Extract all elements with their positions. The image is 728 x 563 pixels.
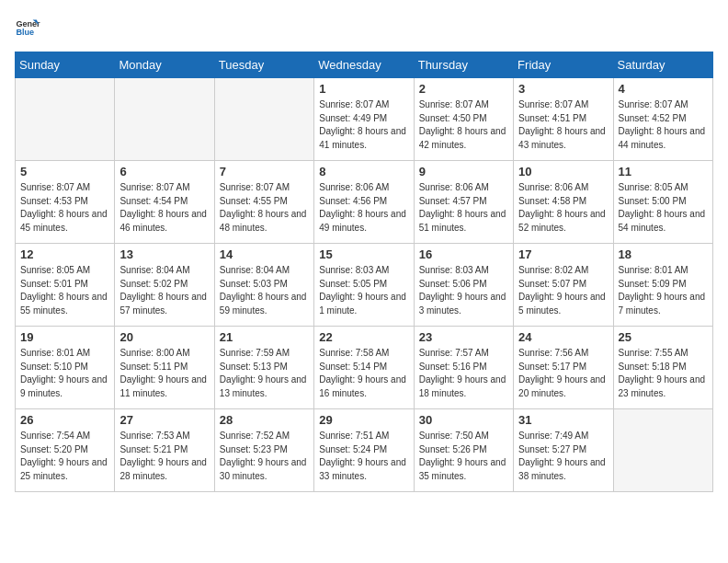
page-header: General Blue: [15, 15, 713, 40]
cell-info: Sunrise: 8:06 AMSunset: 4:57 PMDaylight:…: [419, 181, 508, 235]
calendar-cell: 25Sunrise: 7:55 AMSunset: 5:18 PMDayligh…: [613, 327, 712, 409]
cell-info: Sunrise: 8:05 AMSunset: 5:00 PMDaylight:…: [619, 181, 708, 235]
week-row-4: 19Sunrise: 8:01 AMSunset: 5:10 PMDayligh…: [16, 327, 713, 409]
day-number: 2: [419, 82, 508, 96]
cell-info: Sunrise: 8:07 AMSunset: 4:50 PMDaylight:…: [419, 98, 508, 152]
day-number: 19: [20, 330, 109, 344]
calendar-cell: [613, 409, 712, 492]
cell-info: Sunrise: 8:01 AMSunset: 5:10 PMDaylight:…: [20, 347, 109, 400]
calendar-cell: 3Sunrise: 8:07 AMSunset: 4:51 PMDaylight…: [514, 78, 613, 161]
calendar-cell: 29Sunrise: 7:51 AMSunset: 5:24 PMDayligh…: [314, 409, 414, 492]
day-number: 8: [319, 165, 408, 178]
calendar-cell: 19Sunrise: 8:01 AMSunset: 5:10 PMDayligh…: [16, 327, 115, 409]
cell-info: Sunrise: 8:07 AMSunset: 4:52 PMDaylight:…: [619, 98, 708, 152]
cell-info: Sunrise: 8:04 AMSunset: 5:03 PMDaylight:…: [220, 264, 309, 317]
day-number: 3: [518, 82, 608, 96]
day-number: 9: [419, 165, 508, 178]
cell-info: Sunrise: 8:03 AMSunset: 5:06 PMDaylight:…: [419, 264, 508, 317]
logo: General Blue: [15, 15, 44, 40]
day-number: 18: [619, 247, 708, 261]
day-number: 26: [20, 413, 109, 427]
header-day-sunday: Sunday: [16, 52, 115, 78]
header-row: SundayMondayTuesdayWednesdayThursdayFrid…: [16, 52, 713, 78]
calendar-cell: 27Sunrise: 7:53 AMSunset: 5:21 PMDayligh…: [115, 409, 214, 492]
cell-info: Sunrise: 8:03 AMSunset: 5:05 PMDaylight:…: [319, 264, 408, 317]
week-row-3: 12Sunrise: 8:05 AMSunset: 5:01 PMDayligh…: [16, 244, 713, 327]
calendar-cell: 14Sunrise: 8:04 AMSunset: 5:03 PMDayligh…: [214, 244, 313, 327]
calendar-cell: 5Sunrise: 8:07 AMSunset: 4:53 PMDaylight…: [16, 161, 115, 244]
cell-info: Sunrise: 7:49 AMSunset: 5:27 PMDaylight:…: [518, 430, 608, 483]
calendar-cell: 16Sunrise: 8:03 AMSunset: 5:06 PMDayligh…: [414, 244, 513, 327]
cell-info: Sunrise: 8:07 AMSunset: 4:51 PMDaylight:…: [518, 98, 608, 152]
cell-info: Sunrise: 8:00 AMSunset: 5:11 PMDaylight:…: [119, 347, 209, 400]
calendar-cell: 18Sunrise: 8:01 AMSunset: 5:09 PMDayligh…: [613, 244, 712, 327]
calendar-cell: 4Sunrise: 8:07 AMSunset: 4:52 PMDaylight…: [613, 78, 712, 161]
cell-info: Sunrise: 7:51 AMSunset: 5:24 PMDaylight:…: [319, 430, 408, 483]
day-number: 30: [419, 413, 508, 427]
day-number: 13: [119, 247, 209, 261]
day-number: 21: [220, 330, 309, 344]
calendar-cell: 17Sunrise: 8:02 AMSunset: 5:07 PMDayligh…: [514, 244, 613, 327]
header-day-thursday: Thursday: [414, 52, 513, 78]
calendar-cell: 28Sunrise: 7:52 AMSunset: 5:23 PMDayligh…: [214, 409, 313, 492]
calendar-cell: 24Sunrise: 7:56 AMSunset: 5:17 PMDayligh…: [514, 327, 613, 409]
day-number: 5: [20, 165, 109, 178]
day-number: 29: [319, 413, 408, 427]
calendar-cell: 20Sunrise: 8:00 AMSunset: 5:11 PMDayligh…: [115, 327, 214, 409]
cell-info: Sunrise: 7:53 AMSunset: 5:21 PMDaylight:…: [119, 430, 209, 483]
calendar-cell: 10Sunrise: 8:06 AMSunset: 4:58 PMDayligh…: [514, 161, 613, 244]
cell-info: Sunrise: 8:07 AMSunset: 4:54 PMDaylight:…: [119, 181, 209, 235]
calendar-cell: 22Sunrise: 7:58 AMSunset: 5:14 PMDayligh…: [314, 327, 414, 409]
week-row-1: 1Sunrise: 8:07 AMSunset: 4:49 PMDaylight…: [16, 78, 713, 161]
day-number: 11: [619, 165, 708, 178]
day-number: 24: [518, 330, 608, 344]
cell-info: Sunrise: 7:57 AMSunset: 5:16 PMDaylight:…: [419, 347, 508, 400]
cell-info: Sunrise: 7:59 AMSunset: 5:13 PMDaylight:…: [220, 347, 309, 400]
cell-info: Sunrise: 8:07 AMSunset: 4:55 PMDaylight:…: [220, 181, 309, 235]
calendar-cell: 31Sunrise: 7:49 AMSunset: 5:27 PMDayligh…: [514, 409, 613, 492]
cell-info: Sunrise: 7:58 AMSunset: 5:14 PMDaylight:…: [319, 347, 408, 400]
cell-info: Sunrise: 8:07 AMSunset: 4:49 PMDaylight:…: [319, 98, 408, 152]
day-number: 17: [518, 247, 608, 261]
day-number: 12: [20, 247, 109, 261]
calendar-cell: 12Sunrise: 8:05 AMSunset: 5:01 PMDayligh…: [16, 244, 115, 327]
calendar-cell: 7Sunrise: 8:07 AMSunset: 4:55 PMDaylight…: [214, 161, 313, 244]
cell-info: Sunrise: 8:06 AMSunset: 4:56 PMDaylight:…: [319, 181, 408, 235]
week-row-5: 26Sunrise: 7:54 AMSunset: 5:20 PMDayligh…: [16, 409, 713, 492]
header-day-tuesday: Tuesday: [214, 52, 313, 78]
day-number: 4: [619, 82, 708, 96]
header-day-monday: Monday: [115, 52, 214, 78]
cell-info: Sunrise: 8:05 AMSunset: 5:01 PMDaylight:…: [20, 264, 109, 317]
calendar-cell: [16, 78, 115, 161]
day-number: 7: [220, 165, 309, 178]
day-number: 22: [319, 330, 408, 344]
cell-info: Sunrise: 8:07 AMSunset: 4:53 PMDaylight:…: [20, 181, 109, 235]
cell-info: Sunrise: 7:52 AMSunset: 5:23 PMDaylight:…: [220, 430, 309, 483]
header-day-friday: Friday: [514, 52, 613, 78]
calendar-table: SundayMondayTuesdayWednesdayThursdayFrid…: [15, 52, 713, 492]
calendar-cell: 2Sunrise: 8:07 AMSunset: 4:50 PMDaylight…: [414, 78, 513, 161]
calendar-cell: 13Sunrise: 8:04 AMSunset: 5:02 PMDayligh…: [115, 244, 214, 327]
header-day-wednesday: Wednesday: [314, 52, 414, 78]
day-number: 27: [119, 413, 209, 427]
calendar-cell: 8Sunrise: 8:06 AMSunset: 4:56 PMDaylight…: [314, 161, 414, 244]
calendar-cell: [115, 78, 214, 161]
calendar-cell: 26Sunrise: 7:54 AMSunset: 5:20 PMDayligh…: [16, 409, 115, 492]
cell-info: Sunrise: 7:56 AMSunset: 5:17 PMDaylight:…: [518, 347, 608, 400]
calendar-cell: 9Sunrise: 8:06 AMSunset: 4:57 PMDaylight…: [414, 161, 513, 244]
calendar-cell: 1Sunrise: 8:07 AMSunset: 4:49 PMDaylight…: [314, 78, 414, 161]
logo-icon: General Blue: [15, 15, 40, 40]
day-number: 1: [319, 82, 408, 96]
day-number: 28: [220, 413, 309, 427]
cell-info: Sunrise: 8:01 AMSunset: 5:09 PMDaylight:…: [619, 264, 708, 317]
calendar-cell: 30Sunrise: 7:50 AMSunset: 5:26 PMDayligh…: [414, 409, 513, 492]
cell-info: Sunrise: 7:54 AMSunset: 5:20 PMDaylight:…: [20, 430, 109, 483]
day-number: 14: [220, 247, 309, 261]
day-number: 15: [319, 247, 408, 261]
cell-info: Sunrise: 8:02 AMSunset: 5:07 PMDaylight:…: [518, 264, 608, 317]
header-day-saturday: Saturday: [613, 52, 712, 78]
day-number: 20: [119, 330, 209, 344]
day-number: 16: [419, 247, 508, 261]
week-row-2: 5Sunrise: 8:07 AMSunset: 4:53 PMDaylight…: [16, 161, 713, 244]
day-number: 23: [419, 330, 508, 344]
